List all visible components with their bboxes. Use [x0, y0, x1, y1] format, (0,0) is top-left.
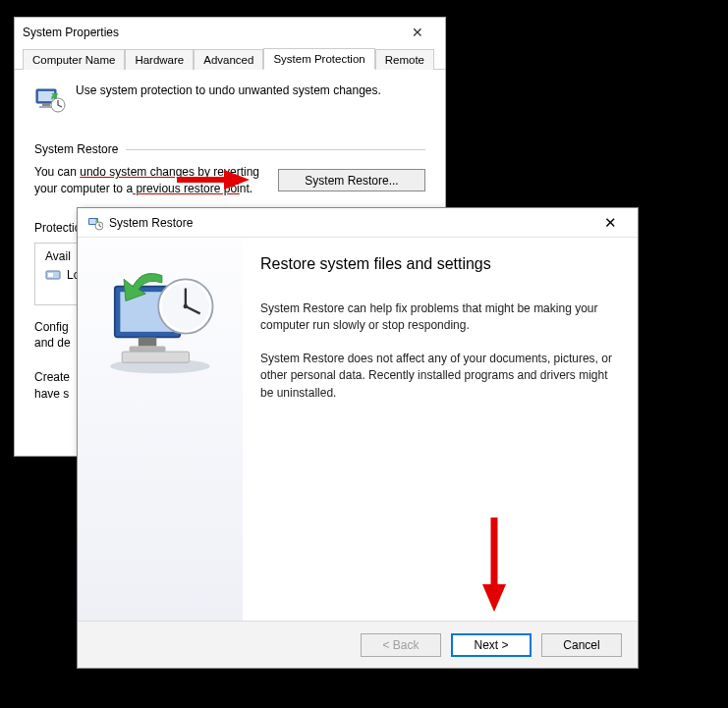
restore-computer-icon: [96, 259, 224, 377]
tab-strip: Computer Name Hardware Advanced System P…: [15, 47, 445, 70]
next-button[interactable]: Next >: [451, 633, 532, 657]
wizard-paragraph-1: System Restore can help fix problems tha…: [260, 300, 614, 335]
tab-remote[interactable]: Remote: [375, 49, 434, 70]
tab-advanced[interactable]: Advanced: [194, 49, 263, 70]
svg-rect-6: [48, 273, 53, 277]
wizard-paragraph-2: System Restore does not affect any of yo…: [260, 351, 614, 402]
svg-rect-15: [139, 337, 156, 346]
wizard-content: Restore system files and settings System…: [243, 238, 638, 621]
tab-computer-name[interactable]: Computer Name: [23, 49, 125, 70]
intro-text: Use system protection to undo unwanted s…: [76, 83, 381, 97]
window-title: System Properties: [23, 26, 398, 39]
back-button: < Back: [361, 633, 441, 657]
system-protection-icon: [34, 83, 66, 115]
svg-rect-17: [122, 352, 189, 362]
svg-rect-1: [38, 91, 54, 101]
svg-point-22: [184, 304, 189, 309]
section-system-restore: System Restore: [34, 142, 425, 156]
window-title: System Restore: [109, 216, 590, 230]
wizard-footer: < Back Next > Cancel: [78, 621, 638, 668]
cancel-button[interactable]: Cancel: [541, 633, 622, 657]
system-restore-button[interactable]: System Restore...: [278, 169, 425, 191]
close-button[interactable]: ✕: [590, 214, 630, 232]
wizard-heading: Restore system files and settings: [260, 255, 614, 273]
drive-icon: [45, 267, 61, 283]
restore-description: You can undo system changes by reverting…: [34, 164, 262, 197]
svg-rect-16: [130, 347, 166, 353]
svg-rect-2: [42, 103, 50, 106]
system-restore-wizard: System Restore ✕ R: [77, 207, 639, 669]
titlebar[interactable]: System Properties ✕: [15, 18, 445, 47]
tab-system-protection[interactable]: System Protection: [263, 48, 374, 70]
titlebar[interactable]: System Restore ✕: [78, 208, 638, 238]
close-button[interactable]: ✕: [398, 25, 437, 40]
system-restore-icon: [87, 215, 103, 231]
section-label-text: System Restore: [34, 142, 118, 156]
section-label-text: Protectio: [34, 221, 81, 235]
wizard-sidebar: [78, 238, 243, 621]
tab-hardware[interactable]: Hardware: [125, 49, 194, 70]
divider: [126, 149, 425, 150]
